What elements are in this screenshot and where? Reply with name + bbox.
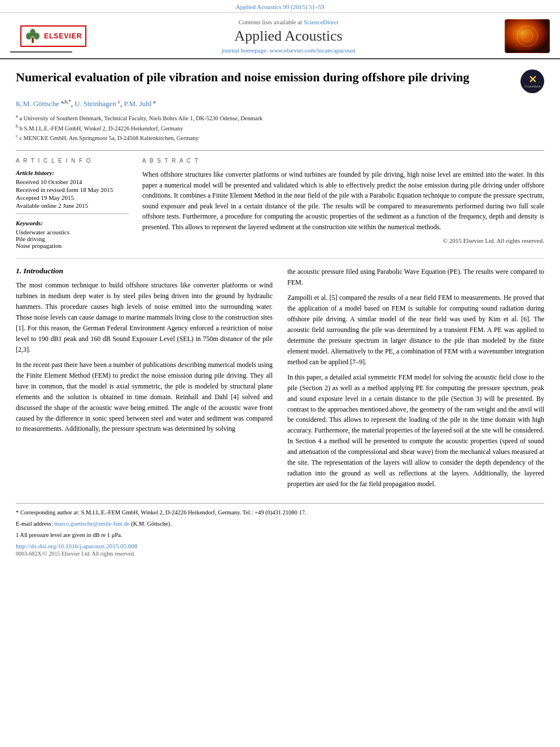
keyword-3: Noise propagation bbox=[16, 242, 129, 249]
section-1: 1. Introduction The most common techniqu… bbox=[16, 258, 544, 557]
section-1-col2-para-1: the acoustic pressure filed using Parabo… bbox=[287, 267, 544, 288]
section-1-col2-para-2: Zampolli et al. [5] compared the results… bbox=[287, 292, 544, 368]
article-title-section: Numerical evaluation of pile vibration a… bbox=[16, 69, 544, 93]
svg-rect-5 bbox=[506, 20, 549, 53]
received-date: Received 10 October 2014 bbox=[16, 178, 129, 185]
svg-point-3 bbox=[34, 33, 40, 40]
abstract-col: A B S T R A C T When offshore structures… bbox=[142, 158, 544, 249]
accepted-date: Accepted 19 May 2015 bbox=[16, 194, 129, 201]
footnote-1: 1 All pressure level are given in dB re … bbox=[16, 531, 544, 540]
author-gottsche: K.M. Göttsche bbox=[16, 99, 59, 108]
affiliations: a a University of Southern Denmark, Tech… bbox=[16, 113, 544, 142]
affiliation-b: b b S.M.I.L.E.-FEM GmbH, Winkel 2, D-242… bbox=[16, 123, 544, 133]
elsevier-tree-icon bbox=[25, 28, 41, 44]
journal-center: Contents lists available at ScienceDirec… bbox=[72, 19, 505, 54]
journal-logo-image bbox=[505, 19, 550, 53]
affiliation-a: a a University of Southern Denmark, Tech… bbox=[16, 113, 544, 123]
revised-date: Received in revised form 18 May 2015 bbox=[16, 186, 129, 193]
available-date: Available online 2 June 2015 bbox=[16, 202, 129, 209]
section-1-col-left: 1. Introduction The most common techniqu… bbox=[16, 267, 273, 494]
section-1-col2-para-3: In this paper, a detailed axial symmetri… bbox=[287, 372, 544, 490]
crossmark-badge[interactable]: ✕ CrossMark bbox=[520, 69, 544, 93]
main-content: Numerical evaluation of pile vibration a… bbox=[0, 59, 560, 569]
journal-title: Applied Acoustics bbox=[72, 28, 505, 45]
author-steinhagen: U. Steinhagen bbox=[75, 99, 116, 108]
sciencedirect-link[interactable]: ScienceDirect bbox=[304, 19, 339, 25]
keyword-2: Pile driving bbox=[16, 235, 129, 242]
article-info-label: A R T I C L E I N F O bbox=[16, 158, 129, 164]
svg-rect-4 bbox=[32, 37, 34, 43]
journal-header: ELSEVIER Contents lists available at Sci… bbox=[0, 13, 560, 59]
section-1-para-1: The most common technique to build offsh… bbox=[16, 280, 273, 355]
journal-cover-art bbox=[506, 20, 549, 53]
article-title: Numerical evaluation of pile vibration a… bbox=[16, 69, 520, 86]
authors-line: K.M. Göttsche a,b,*, U. Steinhagen c, P.… bbox=[16, 99, 544, 108]
footnote-corresponding: * Corresponding author at: S.M.I.L.E.-FE… bbox=[16, 508, 544, 517]
elsevier-logo-section: ELSEVIER bbox=[10, 20, 72, 53]
affiliation-c: c c MENCKE GmbH, Am Springmoor 5a, D-245… bbox=[16, 133, 544, 142]
journal-homepage: journal homepage: www.elsevier.com/locat… bbox=[72, 47, 505, 54]
journal-citation: Applied Acoustics 99 (2015) 51–59 bbox=[235, 3, 324, 10]
abstract-text: When offshore structures like converter … bbox=[142, 169, 544, 233]
abstract-label: A B S T R A C T bbox=[142, 158, 544, 164]
crossmark-icon: ✕ bbox=[528, 75, 537, 85]
article-info-col: A R T I C L E I N F O Article history: R… bbox=[16, 158, 129, 249]
abstract-copyright: © 2015 Elsevier Ltd. All rights reserved… bbox=[142, 237, 544, 244]
section-1-body: 1. Introduction The most common techniqu… bbox=[16, 267, 544, 494]
section-1-para-2: In the recent past there have been a num… bbox=[16, 360, 273, 435]
doi-link[interactable]: http://dx.doi.org/10.1016/j.apacoust.201… bbox=[16, 543, 544, 549]
crossmark-label: CrossMark bbox=[524, 85, 540, 88]
info-abstract-section: A R T I C L E I N F O Article history: R… bbox=[16, 150, 544, 249]
footnotes-section: * Corresponding author at: S.M.I.L.E.-FE… bbox=[16, 503, 544, 557]
svg-point-2 bbox=[26, 33, 32, 40]
footnote-email: E-mail address: marco.goettsche@smile-fe… bbox=[16, 519, 544, 528]
info-divider bbox=[16, 213, 129, 214]
author-juhl: P.M. Juhl bbox=[124, 99, 152, 108]
homepage-url[interactable]: www.elsevier.com/locate/apacoust bbox=[269, 47, 355, 54]
section-1-heading: 1. Introduction bbox=[16, 267, 273, 276]
author-steinhagen-affil: c bbox=[118, 99, 120, 104]
author-gottsche-affil: a,b,* bbox=[61, 99, 71, 104]
article-history-label: Article history: bbox=[16, 169, 129, 176]
sciencedirect-line: Contents lists available at ScienceDirec… bbox=[72, 19, 505, 25]
keywords-label: Keywords: bbox=[16, 220, 129, 226]
section-1-col-right: the acoustic pressure filed using Parabo… bbox=[287, 267, 544, 494]
footnote-email-link[interactable]: marco.goettsche@smile-fem.de bbox=[54, 521, 129, 527]
author-juhl-affil: a bbox=[154, 99, 156, 104]
footer-copyright: 0003-682X/© 2015 Elsevier Ltd. All right… bbox=[16, 551, 544, 557]
keyword-1: Underwater acoustics bbox=[16, 229, 129, 235]
top-bar: Applied Acoustics 99 (2015) 51–59 bbox=[0, 0, 560, 13]
